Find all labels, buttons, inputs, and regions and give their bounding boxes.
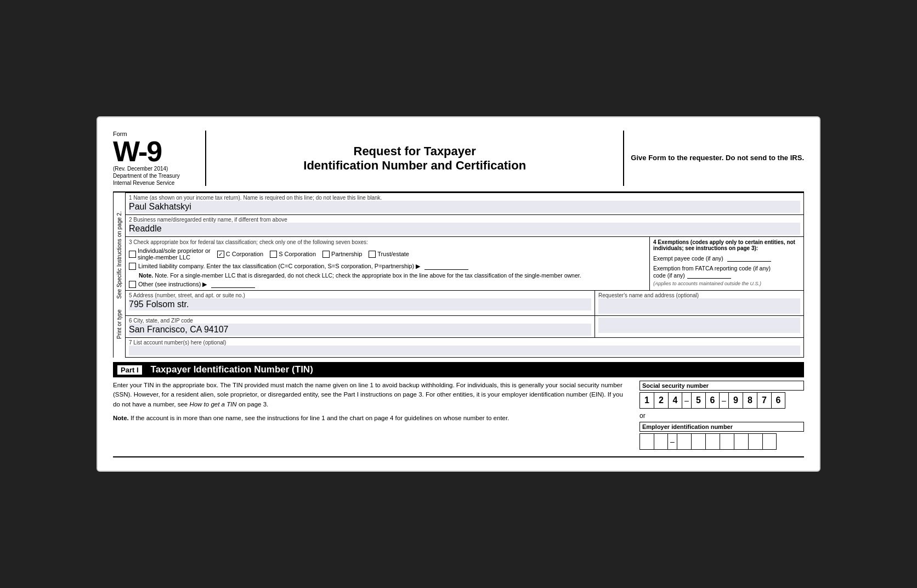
part1-header: Part I Taxpayer Identification Number (T… bbox=[113, 362, 804, 377]
ein-digit-1 bbox=[639, 433, 654, 450]
checkbox-scorp: S Corporation bbox=[270, 251, 316, 258]
other-label: Other (see instructions) ▶ bbox=[138, 281, 207, 288]
ssn-dash-1: – bbox=[682, 392, 691, 409]
checkbox-row-main: Individual/sole proprietor orsingle-memb… bbox=[129, 247, 646, 261]
checkbox-scorp-label: S Corporation bbox=[279, 251, 316, 257]
ssn-digit-7: 8 bbox=[743, 392, 757, 409]
bottom-divider bbox=[113, 456, 804, 457]
ein-digit-4 bbox=[691, 433, 705, 450]
fatca-note: (Applies to accounts maintained outside … bbox=[653, 281, 800, 286]
field7-value bbox=[129, 346, 800, 355]
checkbox-partnership-label: Partnership bbox=[331, 251, 362, 257]
checkbox-partnership: Partnership bbox=[322, 251, 362, 258]
field5-value: 795 Folsom str. bbox=[129, 298, 591, 310]
ein-digit-2 bbox=[654, 433, 668, 450]
checkbox-individual: Individual/sole proprietor orsingle-memb… bbox=[129, 247, 211, 261]
ssn-label: Social security number bbox=[639, 381, 804, 391]
form-dept-line1: Department of the Treasury bbox=[113, 173, 196, 179]
llc-row: Limited liability company. Enter the tax… bbox=[129, 263, 646, 270]
checkbox-scorp-box[interactable] bbox=[270, 251, 277, 258]
or-label: or bbox=[639, 412, 804, 420]
checkbox-other-box[interactable] bbox=[129, 281, 136, 288]
field7-row: 7 List account number(s) here (optional) bbox=[126, 338, 803, 357]
field3-label: 3 Check appropriate box for federal tax … bbox=[129, 239, 646, 245]
form-right-note: Give Form to the requester. Do not send … bbox=[623, 131, 804, 186]
field1-row: 1 Name (as shown on your income tax retu… bbox=[126, 193, 803, 215]
ssn-boxes: 1 2 4 – 5 6 – 9 8 7 6 bbox=[639, 392, 804, 409]
checkbox-individual-box[interactable] bbox=[129, 251, 136, 258]
part1-text-block: Enter your TIN in the appropriate box. T… bbox=[113, 381, 631, 450]
ssn-digit-2: 2 bbox=[654, 392, 668, 409]
checkbox-ccorp-label: C Corporation bbox=[226, 251, 263, 257]
ssn-digit-5: 6 bbox=[705, 392, 720, 409]
field6-value: San Francisco, CA 94107 bbox=[129, 324, 591, 336]
part1-label: Part I bbox=[117, 365, 142, 375]
field6-cell: 6 City, state, and ZIP code San Francisc… bbox=[126, 316, 595, 337]
form-center-title: Request for Taxpayer Identification Numb… bbox=[206, 131, 623, 186]
ein-digit-3 bbox=[677, 433, 691, 450]
requesters-addr-value bbox=[598, 318, 800, 333]
checkbox-trust-box[interactable] bbox=[369, 251, 376, 258]
ein-digit-7 bbox=[734, 433, 748, 450]
checkbox-ccorp-box[interactable]: ✓ bbox=[217, 251, 224, 258]
code-if-any: code (if any) bbox=[653, 272, 685, 279]
field1-cell: 1 Name (as shown on your income tax retu… bbox=[126, 193, 803, 214]
exemptions-label: 4 Exemptions (codes apply only to certai… bbox=[653, 239, 800, 251]
requesters-label: Requester's name and address (optional) bbox=[598, 292, 800, 298]
llc-input-line bbox=[424, 263, 468, 270]
checkbox-llc-box[interactable] bbox=[129, 263, 136, 270]
requesters-cell: Requester's name and address (optional) bbox=[595, 291, 803, 315]
field6-row: 6 City, state, and ZIP code San Francisc… bbox=[126, 316, 803, 338]
part1-note-text: Note. If the account is in more than one… bbox=[113, 414, 631, 423]
part1-section: Part I Taxpayer Identification Number (T… bbox=[113, 362, 804, 457]
ssn-dash-2: – bbox=[720, 392, 728, 409]
sidebar-text: Print or type See Specific Instructions … bbox=[113, 193, 125, 358]
ssn-digit-3: 4 bbox=[668, 392, 682, 409]
ein-label: Employer identification number bbox=[639, 422, 804, 432]
checkbox-ccorp: ✓ C Corporation bbox=[217, 251, 263, 258]
checkbox-partnership-box[interactable] bbox=[322, 251, 330, 258]
ein-digit-8 bbox=[748, 433, 762, 450]
llc-label: Limited liability company. Enter the tax… bbox=[138, 263, 420, 270]
form-rev-date: (Rev. December 2014) bbox=[113, 166, 196, 172]
ssn-digit-1: 1 bbox=[639, 392, 654, 409]
ein-digit-9 bbox=[762, 433, 777, 450]
field3-row: 3 Check appropriate box for federal tax … bbox=[126, 237, 803, 291]
field2-row: 2 Business name/disregarded entity name,… bbox=[126, 215, 803, 237]
note-text: Note. Note. For a single-member LLC that… bbox=[139, 272, 646, 279]
field6-label: 6 City, state, and ZIP code bbox=[129, 318, 591, 324]
ssn-digit-4: 5 bbox=[691, 392, 705, 409]
field7-label: 7 List account number(s) here (optional) bbox=[129, 340, 800, 346]
form-dept-line2: Internal Revenue Service bbox=[113, 180, 196, 186]
field2-cell: 2 Business name/disregarded entity name,… bbox=[126, 215, 803, 236]
ein-digit-6 bbox=[720, 433, 734, 450]
form-header: Form W-9 (Rev. December 2014) Department… bbox=[113, 131, 804, 193]
checkbox-individual-label: Individual/sole proprietor orsingle-memb… bbox=[138, 247, 211, 261]
field1-label: 1 Name (as shown on your income tax retu… bbox=[129, 195, 800, 201]
form-main-title: Request for Taxpayer Identification Numb… bbox=[303, 144, 526, 173]
fatca-code-row: code (if any) bbox=[653, 272, 800, 279]
form-body: 1 Name (as shown on your income tax retu… bbox=[125, 193, 804, 358]
form-title-left: Form W-9 (Rev. December 2014) Department… bbox=[113, 131, 206, 186]
field3-left: 3 Check appropriate box for federal tax … bbox=[126, 237, 650, 290]
field1-value: Paul Sakhatskyi bbox=[129, 201, 800, 213]
ssn-digit-6: 9 bbox=[728, 392, 743, 409]
ssn-digit-9: 6 bbox=[771, 392, 785, 409]
ein-dash: – bbox=[668, 433, 677, 450]
field2-value: Readdle bbox=[129, 223, 800, 235]
fatca-row: Exemption from FATCA reporting code (if … bbox=[653, 265, 800, 272]
other-input-line bbox=[211, 281, 255, 288]
requesters-addr-cell bbox=[595, 316, 803, 337]
ssn-digit-8: 7 bbox=[757, 392, 771, 409]
exempt-payee-line bbox=[727, 255, 771, 262]
ein-boxes: – bbox=[639, 433, 804, 450]
field5-label: 5 Address (number, street, and apt. or s… bbox=[129, 292, 591, 298]
part1-body-text: Enter your TIN in the appropriate box. T… bbox=[113, 381, 631, 409]
part1-fields: Social security number 1 2 4 – 5 6 – 9 8… bbox=[639, 381, 804, 450]
form-main-content: 1 Name (as shown on your income tax retu… bbox=[125, 193, 804, 358]
field3-right: 4 Exemptions (codes apply only to certai… bbox=[650, 237, 803, 290]
field5-row: 5 Address (number, street, and apt. or s… bbox=[126, 291, 803, 316]
ein-digit-5 bbox=[705, 433, 720, 450]
fatca-code-line bbox=[687, 272, 731, 279]
part1-title: Taxpayer Identification Number (TIN) bbox=[151, 364, 313, 375]
